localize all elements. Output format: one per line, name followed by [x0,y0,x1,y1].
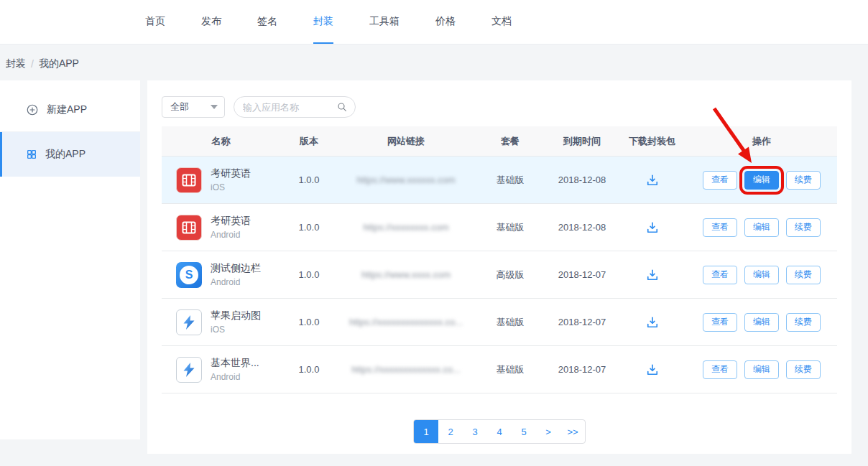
app-expiry: 2018-12-08 [546,222,618,233]
film-icon [176,215,202,241]
app-name: 考研英语 [211,167,251,180]
app-expiry: 2018-12-08 [546,174,618,185]
app-expiry: 2018-12-07 [546,269,618,280]
header-name: 名称 [162,135,280,148]
breadcrumb-root[interactable]: 封装 [6,57,26,70]
app-name: 苹果启动图 [211,309,261,322]
s-logo-icon: S [176,262,202,288]
header-version: 版本 [280,135,338,148]
header-actions: 操作 [686,135,837,148]
renew-button[interactable]: 续费 [786,218,821,237]
thunder-icon [176,309,202,335]
view-button[interactable]: 查看 [703,171,737,190]
nav-item-toolbox[interactable]: 工具箱 [369,0,400,44]
sidebar-item-my-app[interactable]: 我的APP [0,132,140,177]
edit-button[interactable]: 编辑 [744,171,779,190]
breadcrumb-current: 我的APP [39,57,79,70]
table-row: 考研英语 iOS 1.0.0 https://www.xxxxxx.com 基础… [162,157,837,204]
app-platform: iOS [211,325,261,335]
edit-button[interactable]: 编辑 [744,313,779,332]
edit-button[interactable]: 编辑 [744,218,779,237]
download-icon[interactable] [645,220,660,235]
header-url: 网站链接 [338,135,474,148]
table-row: S 测试侧边栏 Android 1.0.0 https://www.xxxx.c… [162,251,837,299]
app-table: 名称 版本 网站链接 套餐 到期时间 下载封装包 操作 [162,126,837,393]
breadcrumb-separator: / [31,58,34,70]
table-row: 苹果启动图 iOS 1.0.0 https://xxxxxxxxxxxxxx.c… [162,299,837,346]
app-expiry: 2018-12-07 [546,317,618,327]
main-panel: 全部 名称 版本 网站链接 套餐 到期时间 下载封装包 操 [147,80,851,454]
renew-button[interactable]: 续费 [786,313,821,332]
page-next-button[interactable]: > [536,420,560,443]
app-name: 测试侧边栏 [211,262,261,275]
app-plan: 基础版 [474,363,546,376]
plus-circle-icon [26,103,39,116]
app-version: 1.0.0 [280,269,338,280]
category-select[interactable]: 全部 [162,96,225,118]
edit-button[interactable]: 编辑 [744,360,779,379]
page-button-3[interactable]: 3 [463,420,487,443]
page-button-1[interactable]: 1 [414,420,438,443]
app-plan: 基础版 [474,316,546,329]
search-input[interactable] [243,102,336,113]
renew-button[interactable]: 续费 [786,266,821,284]
app-plan: 基础版 [474,221,546,234]
sidebar-item-new-app[interactable]: 新建APP [0,88,140,132]
pagination: 1 2 3 4 5 > >> [413,419,586,444]
edit-button[interactable]: 编辑 [744,266,779,284]
table-row: 考研英语 Android 1.0.0 https://xxxxxxxx.com … [162,204,837,251]
filter-row: 全部 [162,96,356,118]
table-header-row: 名称 版本 网站链接 套餐 到期时间 下载封装包 操作 [162,126,837,157]
app-platform: Android [211,372,259,382]
nav-item-package[interactable]: 封装 [313,0,333,44]
search-icon[interactable] [336,101,348,113]
top-navbar: 首页 发布 签名 封装 工具箱 价格 文档 [0,0,868,45]
app-url: https://xxxxxxxx.com [363,222,448,233]
header-expiry: 到期时间 [546,135,618,148]
nav-item-docs[interactable]: 文档 [491,0,512,44]
film-icon [176,167,202,193]
table-row: 基本世界... Android 1.0.0 https://xxxxxxxxxx… [162,346,837,393]
page-button-4[interactable]: 4 [487,420,512,443]
search-box [234,96,356,118]
header-plan: 套餐 [474,135,546,148]
app-expiry: 2018-12-07 [546,364,618,375]
app-url: https://xxxxxxxxxxxxx.co... [351,364,461,375]
nav-item-publish[interactable]: 发布 [201,0,221,44]
app-version: 1.0.0 [280,222,338,233]
thunder-icon [176,357,202,383]
nav-item-home[interactable]: 首页 [145,0,165,44]
renew-button[interactable]: 续费 [786,360,821,379]
page-button-2[interactable]: 2 [438,420,463,443]
nav-item-sign[interactable]: 签名 [257,0,277,44]
app-plan: 基础版 [474,174,546,187]
page: 首页 发布 签名 封装 工具箱 价格 文档 封装 / 我的APP 新建APP [0,0,868,466]
view-button[interactable]: 查看 [703,360,737,379]
nav-item-price[interactable]: 价格 [435,0,456,44]
grid-icon [26,149,37,160]
my-app-label: 我的APP [45,148,86,161]
download-icon[interactable] [645,315,660,330]
app-url: https://www.xxxx.com [361,269,451,280]
app-plan: 高级版 [474,269,546,281]
sidebar: 新建APP 我的APP [0,80,140,439]
download-icon[interactable] [645,363,660,377]
renew-button[interactable]: 续费 [786,171,821,190]
app-name: 考研英语 [211,215,251,228]
view-button[interactable]: 查看 [703,313,737,332]
header-download: 下载封装包 [618,135,686,148]
view-button[interactable]: 查看 [703,218,737,237]
app-platform: Android [211,230,251,240]
breadcrumb: 封装 / 我的APP [6,57,79,70]
chevron-down-icon [211,105,218,109]
page-button-5[interactable]: 5 [512,420,536,443]
app-url: https://xxxxxxxxxxxxxx.co... [349,317,463,327]
app-platform: Android [211,277,261,287]
view-button[interactable]: 查看 [703,266,737,284]
app-version: 1.0.0 [280,364,338,375]
page-last-button[interactable]: >> [560,420,585,443]
download-icon[interactable] [645,268,660,282]
download-icon[interactable] [645,173,660,187]
app-url: https://www.xxxxxx.com [356,174,455,185]
category-select-value: 全部 [170,101,189,113]
